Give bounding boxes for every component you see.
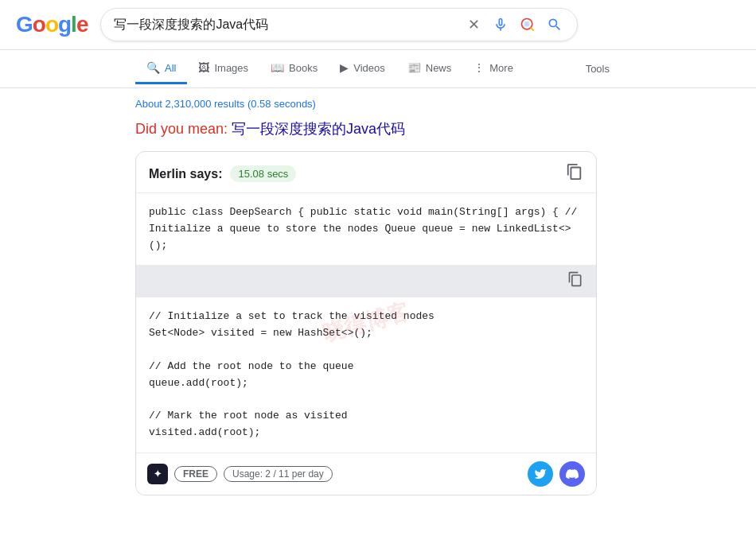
twitter-icon [534,468,547,480]
tab-more[interactable]: ⋮ More [462,53,524,84]
books-icon: 📖 [271,61,284,74]
tools-button[interactable]: Tools [575,55,621,83]
merlin-title: Merlin says: [149,167,222,181]
inline-copy-icon [567,271,583,287]
usage-text: Usage: 2 / 11 per day [224,466,333,482]
tab-all[interactable]: 🔍 All [135,53,187,84]
results-area: About 2,310,000 results (0.58 seconds) D… [0,88,756,505]
lens-button[interactable] [518,15,537,34]
twitter-button[interactable] [528,461,553,487]
did-you-mean: Did you mean: 写一段深度搜索的Java代码 [135,119,621,138]
tab-books[interactable]: 📖 Books [259,53,329,84]
copy-icon [566,163,583,181]
nav-tabs: 🔍 All 🖼 Images 📖 Books ▶ Videos 📰 News ⋮… [0,50,756,88]
did-you-mean-label: Did you mean: [135,121,228,137]
results-count: About 2,310,000 results (0.58 seconds) [135,98,621,110]
tab-images[interactable]: 🖼 Images [187,53,259,84]
news-icon: 📰 [407,61,421,74]
mic-button[interactable] [491,15,510,34]
tab-more-label: More [489,62,513,74]
images-icon: 🖼 [198,61,209,74]
search-button[interactable] [545,15,564,34]
clear-button[interactable]: ✕ [464,15,483,34]
code-block-2: // Initialize a set to track the visited… [136,297,596,452]
search-icon [547,17,563,33]
videos-icon: ▶ [340,61,349,74]
search-input[interactable] [114,17,458,32]
inline-copy-button[interactable] [567,271,583,291]
footer-right [528,461,585,487]
free-badge: FREE [174,466,217,482]
results-count-text: About 2,310,000 results [135,98,244,110]
did-you-mean-suggestion[interactable]: 写一段深度搜索的Java代码 [232,121,405,137]
tab-books-label: Books [289,62,318,74]
header-copy-button[interactable] [566,163,583,185]
results-time: (0.58 seconds) [247,98,316,110]
search-icons: ✕ [464,15,564,34]
merlin-logo: ✦ [147,464,168,484]
code-block-1: public class DeepSearch { public static … [136,193,596,265]
merlin-header: Merlin says: 15.08 secs [136,152,596,192]
tab-images-label: Images [214,62,248,74]
merlin-footer: ✦ FREE Usage: 2 / 11 per day [136,453,596,495]
merlin-title-group: Merlin says: 15.08 secs [149,165,296,182]
all-icon: 🔍 [146,61,160,74]
code-highlight-bar [136,265,596,297]
footer-left: ✦ FREE Usage: 2 / 11 per day [147,464,333,484]
tab-videos[interactable]: ▶ Videos [329,53,396,84]
lens-icon [520,17,536,33]
tab-news[interactable]: 📰 News [396,53,463,84]
code-container[interactable]: 晓得博客 public class DeepSearch { public st… [136,192,596,453]
merlin-card: Merlin says: 15.08 secs 晓得博客 public clas… [135,151,597,495]
tab-all-label: All [165,62,176,74]
tab-videos-label: Videos [353,62,385,74]
clear-icon: ✕ [468,16,480,33]
tab-news-label: News [426,62,452,74]
mic-icon [493,17,509,33]
merlin-timer: 15.08 secs [230,165,296,182]
svg-point-1 [524,21,530,27]
more-icon: ⋮ [473,61,485,74]
header: Google ✕ [0,0,756,50]
discord-button[interactable] [559,461,585,487]
discord-icon [566,468,579,480]
google-logo: Google [16,12,88,37]
search-bar: ✕ [100,8,578,41]
